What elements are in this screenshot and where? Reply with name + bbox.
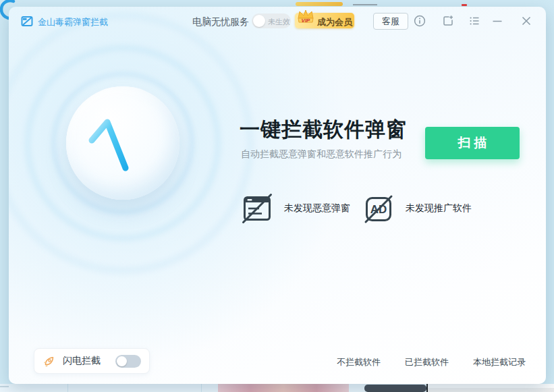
info-icon[interactable] [413,14,426,28]
popup-status-item: 未发现恶意弹窗 [242,193,350,224]
background-line [353,4,377,5]
service-status-text: 未生效 [268,17,290,27]
titlebar: 金山毒霸弹窗拦截 电脑无忧服务 未生效 VIP 成为会员 客服 [9,7,546,36]
svg-text:VIP: VIP [302,18,311,24]
background-image-fragment [218,384,349,392]
menu-list-icon[interactable] [468,14,481,28]
background-vip-bar [296,2,343,6]
lightning-block-label: 闪电拦截 [63,355,101,367]
app-title: 金山毒霸弹窗拦截 [38,16,108,28]
popup-blocked-icon [242,193,273,224]
page-subtitle: 自动拦截恶意弹窗和恶意软件推广行为 [241,148,401,161]
footer-links: 不拦截软件 已拦截软件 本地拦截记录 [337,356,526,368]
toggle-knob [253,15,265,27]
popup-status-label: 未发现恶意弹窗 [284,202,350,215]
allow-list-link[interactable]: 不拦截软件 [337,356,381,368]
minimize-icon[interactable] [491,14,504,28]
toggle-knob [117,356,127,366]
scan-button[interactable]: 扫描 [425,127,520,159]
background-divider [67,384,68,392]
ad-status-item: AD 未发现推广软件 [363,193,472,224]
app-logo-icon [20,14,34,28]
background-divider-dark [426,384,428,392]
lightning-block-card: 闪电拦截 [34,348,150,374]
popup-blocker-window: 金山毒霸弹窗拦截 电脑无忧服务 未生效 VIP 成为会员 客服 [9,7,546,384]
background-divider [0,386,9,387]
shield-check-icon [66,86,179,200]
local-records-link[interactable]: 本地拦截记录 [473,356,526,368]
vip-crown-icon: VIP [296,7,316,26]
become-vip-button[interactable]: VIP 成为会员 [295,13,354,28]
ad-status-label: 未发现推广软件 [406,202,472,215]
feedback-window-icon[interactable] [441,14,455,28]
lightning-block-toggle[interactable] [115,355,141,368]
support-button[interactable]: 客服 [373,13,408,30]
blocked-list-link[interactable]: 已拦截软件 [405,356,449,368]
ad-blocked-icon: AD [363,193,394,224]
background-badge-fragment [364,385,426,392]
rocket-icon [43,354,56,368]
page-title: 一键拦截软件弹窗 [240,116,407,144]
service-status-toggle[interactable]: 未生效 [252,13,291,28]
background-notification-dot [462,4,467,6]
close-icon[interactable] [520,14,533,28]
vip-label: 成为会员 [317,16,352,28]
service-label: 电脑无忧服务 [192,16,249,28]
background-divider [201,384,202,392]
background-panel-fragment [428,388,554,392]
